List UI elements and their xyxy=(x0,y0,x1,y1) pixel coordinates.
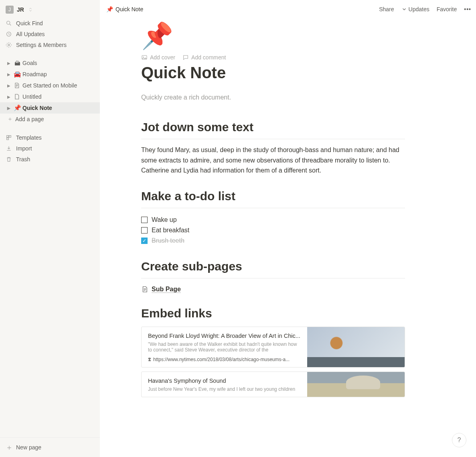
import[interactable]: Import xyxy=(0,143,100,154)
favicon-icon: 𝕿 xyxy=(148,357,151,362)
add-comment-label: Add comment xyxy=(191,54,226,61)
all-updates[interactable]: All Updates xyxy=(0,28,100,39)
breadcrumb-icon: 📌 xyxy=(106,6,113,12)
caret-icon[interactable]: ▶ xyxy=(7,83,12,88)
svg-point-0 xyxy=(7,21,10,24)
caret-icon[interactable]: ▶ xyxy=(7,72,12,77)
checkbox-checked-icon[interactable]: ✓ xyxy=(141,238,148,244)
page-title[interactable]: Quick Note xyxy=(141,63,405,87)
add-comment-button[interactable]: Add comment xyxy=(182,54,226,61)
quick-find-label: Quick Find xyxy=(16,20,43,26)
add-cover-label: Add cover xyxy=(150,54,175,61)
quick-find[interactable]: Quick Find xyxy=(0,18,100,28)
bookmark-thumbnail xyxy=(307,372,405,397)
settings-label: Settings & Members xyxy=(16,42,67,48)
gear-icon xyxy=(6,42,12,48)
trash-label: Trash xyxy=(16,156,30,162)
svg-point-7 xyxy=(143,57,144,57)
add-a-page[interactable]: ＋ Add a page xyxy=(0,114,100,125)
more-menu-icon[interactable]: ••• xyxy=(464,6,471,12)
checkbox-icon[interactable] xyxy=(141,227,148,234)
heading-embed[interactable]: Embed links xyxy=(141,293,405,323)
add-page-label: Add a page xyxy=(15,116,44,122)
plus-icon: ＋ xyxy=(6,443,12,452)
body-paragraph[interactable]: They found Mary, as usual, deep in the s… xyxy=(141,145,405,176)
comment-icon xyxy=(182,54,189,61)
help-button[interactable]: ? xyxy=(452,433,466,447)
caret-icon[interactable]: ▶ xyxy=(7,61,12,65)
page-label: Get Started on Mobile xyxy=(22,82,77,89)
divider xyxy=(141,139,405,139)
download-icon xyxy=(6,145,12,152)
page-emoji: 🏔 xyxy=(14,60,21,67)
page-icon[interactable]: 📌 xyxy=(141,21,405,49)
breadcrumb[interactable]: 📌 Quick Note xyxy=(106,6,143,12)
page-label: Goals xyxy=(22,60,37,66)
workspace-name: JR xyxy=(17,6,24,13)
trash[interactable]: Trash xyxy=(0,154,100,165)
checkbox-icon[interactable] xyxy=(141,217,148,223)
topbar: 📌 Quick Note Share Updates Favorite ••• xyxy=(100,0,476,18)
heading-jot[interactable]: Jot down some text xyxy=(141,113,405,136)
svg-rect-5 xyxy=(7,138,9,140)
todo-item[interactable]: Eat breakfast xyxy=(141,225,405,236)
page-doc-icon xyxy=(14,93,21,100)
bookmark-desc: Just before New Year's Eve, my wife and … xyxy=(148,384,301,392)
todo-label: Eat breakfast xyxy=(152,227,189,234)
caret-icon[interactable]: ▶ xyxy=(7,95,12,99)
plus-icon: ＋ xyxy=(7,116,12,123)
favorite-button[interactable]: Favorite xyxy=(437,6,457,12)
breadcrumb-title: Quick Note xyxy=(115,6,143,12)
updates-button[interactable]: Updates xyxy=(401,6,429,12)
page-label: Roadmap xyxy=(22,71,47,77)
divider xyxy=(141,278,405,278)
image-icon xyxy=(141,54,148,61)
bookmark-card[interactable]: Havana's Symphony of Sound Just before N… xyxy=(141,372,405,397)
page-doc-icon xyxy=(141,286,148,293)
settings-members[interactable]: Settings & Members xyxy=(0,39,100,50)
bookmark-title: Havana's Symphony of Sound xyxy=(148,378,301,384)
chevron-down-icon xyxy=(401,6,407,12)
bookmark-desc: "We had been aware of the Walker exhibit… xyxy=(148,339,301,353)
avatar: J xyxy=(6,6,14,14)
sidebar: J JR Quick Find All Updates Settings & M… xyxy=(0,0,100,457)
workspace-switcher[interactable]: J JR xyxy=(0,0,100,18)
import-label: Import xyxy=(16,145,32,152)
bookmark-url: https://www.nytimes.com/2018/03/08/arts/… xyxy=(153,357,290,362)
sidebar-page-roadmap[interactable]: ▶ 🚘 Roadmap xyxy=(0,69,100,80)
page-doc-icon xyxy=(14,82,21,89)
heading-subpages[interactable]: Create sub-pages xyxy=(141,246,405,276)
svg-rect-4 xyxy=(9,135,11,137)
page-label: Quick Note xyxy=(22,105,52,111)
search-icon xyxy=(6,20,12,26)
page-emoji: 📌 xyxy=(14,104,21,112)
todo-label: Wake up xyxy=(152,216,177,223)
clock-icon xyxy=(6,31,12,37)
bookmark-thumbnail xyxy=(307,327,405,367)
bookmark-card[interactable]: Beyond Frank Lloyd Wright: A Broader Vie… xyxy=(141,327,405,368)
svg-rect-3 xyxy=(7,135,9,137)
share-button[interactable]: Share xyxy=(379,6,394,12)
heading-todo[interactable]: Make a to-do list xyxy=(141,176,405,205)
svg-point-2 xyxy=(8,44,10,46)
updates-label: Updates xyxy=(409,6,429,12)
todo-item[interactable]: Wake up xyxy=(141,215,405,225)
unfold-icon xyxy=(27,7,34,12)
templates[interactable]: Templates xyxy=(0,132,100,143)
todo-label: Brush teeth xyxy=(152,237,184,244)
page-subtitle[interactable]: Quickly create a rich document. xyxy=(141,87,405,113)
caret-icon[interactable]: ▶ xyxy=(7,106,12,110)
add-cover-button[interactable]: Add cover xyxy=(141,54,175,61)
templates-label: Templates xyxy=(16,134,42,141)
page-label: Untitled xyxy=(22,93,41,100)
todo-item[interactable]: ✓ Brush teeth xyxy=(141,236,405,246)
sidebar-page-get-started[interactable]: ▶ Get Started on Mobile xyxy=(0,80,100,91)
page-emoji: 🚘 xyxy=(14,71,21,78)
subpage-link[interactable]: Sub Page xyxy=(141,284,405,293)
new-page-label: New page xyxy=(16,444,41,451)
all-updates-label: All Updates xyxy=(16,31,45,37)
sidebar-page-goals[interactable]: ▶ 🏔 Goals xyxy=(0,57,100,69)
sidebar-page-quick-note[interactable]: ▶ 📌 Quick Note xyxy=(0,102,100,114)
sidebar-page-untitled[interactable]: ▶ Untitled xyxy=(0,91,100,102)
new-page-button[interactable]: ＋ New page xyxy=(0,441,100,454)
